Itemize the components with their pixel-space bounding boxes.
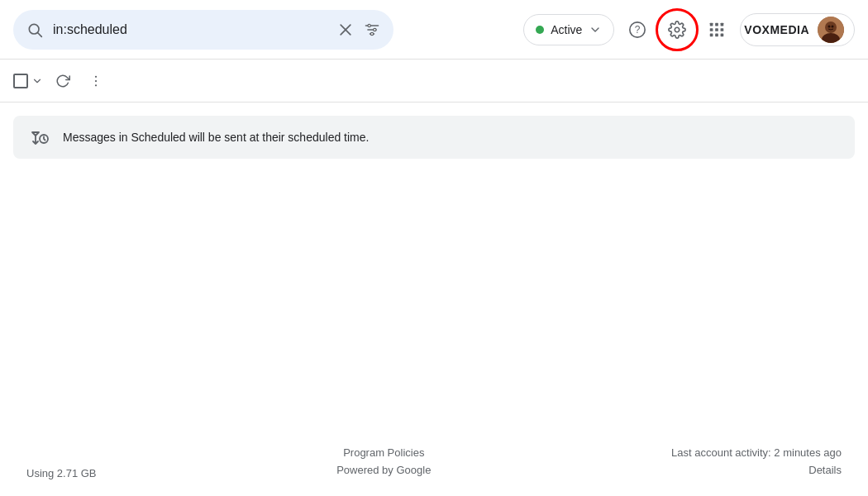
svg-line-1 xyxy=(38,32,42,36)
svg-point-9 xyxy=(370,32,373,35)
scheduled-icon xyxy=(30,127,50,147)
info-banner: Messages in Scheduled will be sent at th… xyxy=(13,116,855,159)
svg-point-26 xyxy=(95,75,97,77)
checkbox-dropdown-icon[interactable] xyxy=(30,74,45,88)
search-clear-button[interactable] xyxy=(337,21,354,38)
svg-point-8 xyxy=(374,28,376,31)
svg-point-7 xyxy=(368,24,370,26)
footer: Using 2.71 GB Program Policies Powered b… xyxy=(0,428,868,496)
filter-icon[interactable] xyxy=(364,21,380,38)
more-options-button[interactable] xyxy=(81,66,111,96)
svg-rect-19 xyxy=(715,33,718,36)
svg-point-27 xyxy=(95,79,97,81)
svg-point-28 xyxy=(95,84,97,86)
svg-point-22 xyxy=(825,21,837,33)
search-icon xyxy=(26,21,43,38)
avatar-image xyxy=(818,17,844,43)
svg-rect-13 xyxy=(715,22,718,26)
header: Active ? xyxy=(0,0,868,60)
select-all-checkbox-group xyxy=(13,74,45,88)
search-bar xyxy=(13,10,393,50)
svg-rect-20 xyxy=(721,33,724,36)
svg-rect-12 xyxy=(710,22,713,26)
svg-point-24 xyxy=(828,25,831,27)
help-button[interactable]: ? xyxy=(621,13,654,46)
avatar xyxy=(818,17,844,43)
last-activity-label: Last account activity: 2 minutes ago xyxy=(671,446,842,459)
program-policies-link[interactable]: Program Policies xyxy=(343,446,424,459)
svg-rect-18 xyxy=(710,33,713,36)
storage-info: Using 2.71 GB xyxy=(26,467,97,479)
info-message: Messages in Scheduled will be sent at th… xyxy=(63,131,369,144)
search-input[interactable] xyxy=(53,22,327,37)
storage-label: Using 2.71 GB xyxy=(26,467,97,479)
account-name: VOXMEDIA xyxy=(744,23,809,36)
footer-center: Program Policies Powered by Google xyxy=(336,445,431,479)
active-label: Active xyxy=(551,23,582,36)
svg-rect-16 xyxy=(715,28,718,31)
svg-text:?: ? xyxy=(635,24,641,36)
settings-button[interactable] xyxy=(661,13,694,46)
apps-button[interactable] xyxy=(700,13,733,46)
active-status-button[interactable]: Active xyxy=(523,14,614,45)
account-button[interactable]: VOXMEDIA xyxy=(740,13,855,46)
details-link[interactable]: Details xyxy=(808,464,842,476)
svg-rect-14 xyxy=(721,22,724,26)
chevron-down-icon xyxy=(589,23,602,36)
svg-rect-17 xyxy=(721,28,724,31)
toolbar xyxy=(0,60,868,103)
powered-by-label: Powered by Google xyxy=(336,464,431,476)
active-indicator xyxy=(536,26,544,34)
refresh-button[interactable] xyxy=(48,66,78,96)
svg-rect-15 xyxy=(710,28,713,31)
svg-point-25 xyxy=(832,25,834,27)
footer-right: Last account activity: 2 minutes ago Det… xyxy=(671,445,842,479)
select-all-checkbox[interactable] xyxy=(13,74,28,88)
